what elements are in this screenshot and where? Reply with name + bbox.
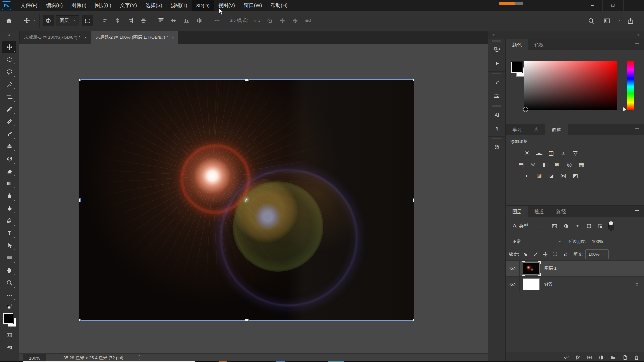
layer-style-fx-button[interactable]: fx <box>574 354 581 361</box>
canvas-pasteboard[interactable] <box>19 44 488 353</box>
transform-handle[interactable] <box>413 198 414 202</box>
clone-stamp-tool[interactable] <box>2 140 16 153</box>
transform-handle[interactable] <box>413 79 414 81</box>
minimize-button[interactable] <box>582 0 602 11</box>
close-tab-icon[interactable]: × <box>84 35 87 40</box>
layer-filter-toggle[interactable] <box>608 222 614 231</box>
3d-slide-mode-button[interactable] <box>289 15 301 26</box>
align-bottom-button[interactable] <box>181 15 192 26</box>
clone-source-panel-button[interactable] <box>490 43 503 57</box>
transform-handle[interactable] <box>79 79 81 81</box>
document-tab-1[interactable]: 未标题-1 @ 100%(RGB/8#) *× <box>20 31 91 44</box>
layers-tab-图层[interactable]: 图层 <box>506 206 528 217</box>
layer-name[interactable]: 背景 <box>544 281 553 287</box>
history-brush-tool[interactable] <box>2 153 16 165</box>
panel-menu-icon[interactable] <box>634 42 640 48</box>
transform-handle[interactable] <box>413 319 414 321</box>
toolbar-grip[interactable] <box>5 38 14 40</box>
menu-图层(L)[interactable]: 图层(L) <box>91 0 115 11</box>
adjustments-tab-调整[interactable]: 调整 <box>545 124 568 135</box>
adjustment-color-lookup-icon[interactable]: ▦ <box>577 161 586 168</box>
lock-artboard-button[interactable] <box>551 250 559 258</box>
layer-visibility-toggle[interactable] <box>506 261 520 276</box>
adjustment-brightness-contrast-icon[interactable]: ☀ <box>523 149 532 157</box>
3d-roll-mode-button[interactable] <box>264 15 275 26</box>
swap-colors-icon[interactable] <box>2 301 16 311</box>
share-image-button[interactable] <box>625 15 636 26</box>
zoom-tool[interactable] <box>2 277 16 289</box>
layers-tab-通道[interactable]: 通道 <box>528 206 550 217</box>
layer-row[interactable]: 背景 <box>506 277 644 292</box>
color-picker-circle[interactable] <box>523 107 528 112</box>
adjustment-threshold-icon[interactable]: ◪ <box>547 172 556 180</box>
lock-all-button[interactable] <box>561 250 570 258</box>
add-adjustment-layer-button[interactable] <box>598 354 604 361</box>
delete-layer-button[interactable] <box>633 354 640 361</box>
menu-帮助(H)[interactable]: 帮助(H) <box>266 0 292 11</box>
collapse-panels-left-arrow[interactable]: « <box>492 33 495 37</box>
new-group-button[interactable] <box>609 354 616 361</box>
align-left-button[interactable] <box>99 15 111 26</box>
layer-filter-type-dropdown[interactable]: 类型 <box>509 221 547 231</box>
distribute-vertical-button[interactable] <box>194 15 205 26</box>
blur-tool[interactable] <box>2 190 16 202</box>
align-horizontal-center-button[interactable] <box>112 15 123 26</box>
saturation-brightness-field[interactable] <box>524 61 617 110</box>
quick-mask-button[interactable] <box>2 330 16 340</box>
blend-mode-dropdown[interactable]: 正常 <box>509 237 565 246</box>
adjustment-gradient-map-icon[interactable]: ⋈ <box>559 172 568 180</box>
eraser-tool[interactable] <box>2 165 16 177</box>
foreground-color-swatch[interactable] <box>511 62 522 73</box>
layer-name[interactable]: 图层 1 <box>544 265 557 272</box>
menu-选择(S)[interactable]: 选择(S) <box>141 0 167 11</box>
close-tab-icon[interactable]: × <box>172 35 174 40</box>
search-icon[interactable] <box>585 15 597 26</box>
adjustments-tab-学习[interactable]: 学习 <box>506 124 528 135</box>
3d-rotate-mode-button[interactable] <box>251 15 263 26</box>
adjustment-levels-icon[interactable]: ▂▅▂ <box>535 149 544 157</box>
move-tool-preset[interactable] <box>21 15 33 26</box>
menu-窗口(W)[interactable]: 窗口(W) <box>239 0 266 11</box>
auto-select-toggle[interactable] <box>43 15 54 26</box>
adjustment-channel-mixer-icon[interactable]: ◎ <box>565 161 574 168</box>
menu-编辑(E)[interactable]: 编辑(E) <box>42 0 67 11</box>
marquee-tool[interactable] <box>2 53 16 66</box>
paragraph-panel-button[interactable]: ¶ <box>490 122 503 135</box>
menu-滤镜(T)[interactable]: 滤镜(T) <box>167 0 192 11</box>
adjustment-posterize-icon[interactable]: ▨ <box>535 172 544 180</box>
auto-select-target-dropdown[interactable]: 图层 <box>56 15 79 26</box>
adjustment-selective-color-icon[interactable]: ◩ <box>571 172 580 180</box>
adjustment-curves-icon[interactable]: ◫ <box>547 149 556 157</box>
panel-menu-icon[interactable] <box>634 127 640 133</box>
workspace-switcher-button[interactable] <box>601 15 613 26</box>
layer-thumbnail[interactable] <box>523 278 540 291</box>
transform-handle[interactable] <box>79 319 81 321</box>
adjustment-exposure-icon[interactable]: ± <box>559 149 568 157</box>
adjustments-tab-库[interactable]: 库 <box>528 124 545 135</box>
brush-tool[interactable] <box>2 128 16 140</box>
opacity-dropdown[interactable]: 100% <box>589 237 612 246</box>
align-vertical-center-button[interactable] <box>168 15 179 26</box>
crop-tool[interactable] <box>2 90 16 103</box>
color-tab-色板[interactable]: 色板 <box>528 39 550 50</box>
lock-position-button[interactable] <box>541 250 549 258</box>
adjustment-invert-icon[interactable]: ◐ <box>523 172 532 180</box>
screen-mode-button[interactable] <box>2 344 16 353</box>
hand-tool[interactable] <box>2 264 16 277</box>
menu-文件(F)[interactable]: 文件(F) <box>16 0 42 11</box>
fill-dropdown[interactable]: 100% <box>585 249 609 259</box>
add-layer-mask-button[interactable] <box>586 354 593 361</box>
move-tool[interactable] <box>2 41 16 53</box>
restore-button[interactable] <box>602 0 623 11</box>
character-panel-button[interactable]: A <box>490 108 503 122</box>
lasso-tool[interactable] <box>2 66 16 78</box>
smudge-tool[interactable] <box>2 202 16 215</box>
shape-tool[interactable] <box>2 252 16 264</box>
adjustment-black-white-icon[interactable]: ◧ <box>541 161 550 168</box>
new-layer-button[interactable] <box>621 354 628 361</box>
foreground-color-swatch[interactable] <box>3 313 13 324</box>
layer-row[interactable]: 图层 1 <box>506 261 644 277</box>
menu-3D(D)[interactable]: 3D(D) <box>192 0 214 11</box>
document-tab-2[interactable]: 未标题-2 @ 100% (图层 1, RGB/8#) *× <box>91 31 178 44</box>
adjustment-vibrance-icon[interactable]: ▽ <box>571 149 580 157</box>
